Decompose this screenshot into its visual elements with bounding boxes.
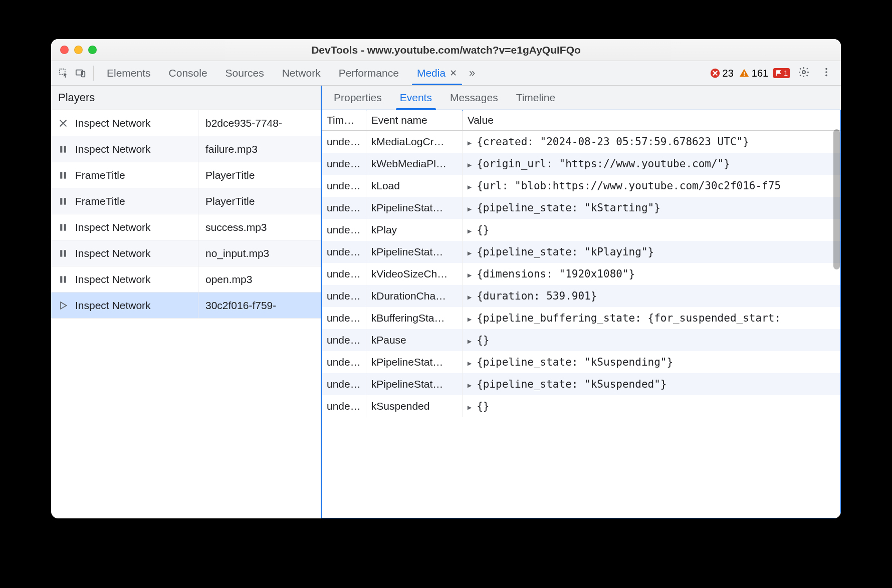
disclosure-triangle-icon[interactable]: ▶ [468,139,472,147]
player-row[interactable]: FrameTitlePlayerTitle [51,188,321,214]
event-value[interactable]: ▶{pipeline_state: "kPlaying"} [462,241,840,263]
event-row[interactable]: unde…kDurationCha…▶{duration: 539.901} [322,285,841,307]
events-table-wrap[interactable]: Tim… Event name Value unde…kMediaLogCr…▶… [322,110,841,518]
detail-tab-events[interactable]: Events [391,86,441,110]
event-value[interactable]: ▶{} [462,395,840,417]
event-value[interactable]: ▶{pipeline_state: "kStarting"} [462,197,840,219]
warning-count-badge[interactable]: 161 [739,68,768,79]
event-name: kWebMediaPl… [366,153,462,175]
inspect-element-icon[interactable] [55,61,72,85]
event-row[interactable]: unde…kPlay▶{} [322,219,841,241]
more-tabs-icon[interactable]: » [469,67,475,80]
event-name: kPipelineStat… [366,241,462,263]
player-title: PlayerTitle [198,169,321,181]
event-timestamp: unde… [322,175,366,197]
event-value[interactable]: ▶{dimensions: "1920x1080"} [462,263,840,285]
disclosure-triangle-icon[interactable]: ▶ [468,205,472,213]
panel-tab-console[interactable]: Console [160,61,216,85]
disclosure-triangle-icon[interactable]: ▶ [468,337,472,345]
player-row[interactable]: Inspect Networkno_input.mp3 [51,240,321,266]
player-row[interactable]: FrameTitlePlayerTitle [51,162,321,188]
player-title: b2dce935-7748- [198,117,321,129]
content-area: Players Inspect Networkb2dce935-7748-Ins… [51,86,841,518]
disclosure-triangle-icon[interactable]: ▶ [468,271,472,279]
close-icon [51,118,75,128]
player-frame-title: Inspect Network [75,240,198,266]
event-name: kDurationCha… [366,285,462,307]
event-row[interactable]: unde…kWebMediaPl…▶{origin_url: "https://… [322,153,841,175]
event-timestamp: unde… [322,351,366,373]
panel-tab-performance[interactable]: Performance [330,61,408,85]
event-row[interactable]: unde…kBufferingSta…▶{pipeline_buffering_… [322,307,841,329]
col-header-value[interactable]: Value [462,110,840,131]
event-row[interactable]: unde…kSuspended▶{} [322,395,841,417]
panel-tab-elements[interactable]: Elements [98,61,160,85]
detail-tab-messages[interactable]: Messages [441,86,507,110]
event-name: kPipelineStat… [366,197,462,219]
event-value[interactable]: ▶{} [462,329,840,351]
disclosure-triangle-icon[interactable]: ▶ [468,183,472,191]
disclosure-triangle-icon[interactable]: ▶ [468,161,472,169]
warning-count: 161 [752,68,768,79]
disclosure-triangle-icon[interactable]: ▶ [468,359,472,367]
error-count: 23 [723,68,734,79]
issues-flag-icon: 1 [773,68,790,78]
event-value[interactable]: ▶{created: "2024-08-23 05:57:59.678623 U… [462,131,840,153]
event-timestamp: unde… [322,263,366,285]
event-value[interactable]: ▶{url: "blob:https://www.youtube.com/30c… [462,175,840,197]
device-toolbar-icon[interactable] [72,61,89,85]
event-value[interactable]: ▶{duration: 539.901} [462,285,840,307]
player-frame-title: Inspect Network [75,266,198,292]
disclosure-triangle-icon[interactable]: ▶ [468,227,472,235]
disclosure-triangle-icon[interactable]: ▶ [468,381,472,389]
settings-icon[interactable] [795,66,813,81]
event-row[interactable]: unde…kPipelineStat…▶{pipeline_state: "kP… [322,241,841,263]
window-close-button[interactable] [60,46,69,54]
player-row[interactable]: Inspect Network30c2f016-f759- [51,292,321,319]
player-title: PlayerTitle [198,195,321,207]
pause-icon [51,170,75,180]
svg-rect-15 [64,198,66,204]
player-row[interactable]: Inspect Networkb2dce935-7748- [51,110,321,136]
tab-label: Elements [107,67,151,79]
disclosure-triangle-icon[interactable]: ▶ [468,293,472,301]
event-row[interactable]: unde…kPause▶{} [322,329,841,351]
event-timestamp: unde… [322,219,366,241]
event-row[interactable]: unde…kMediaLogCr…▶{created: "2024-08-23 … [322,131,841,153]
event-value[interactable]: ▶{} [462,219,840,241]
tab-label: Media [417,67,445,79]
disclosure-triangle-icon[interactable]: ▶ [468,315,472,323]
event-row[interactable]: unde…kLoad▶{url: "blob:https://www.youtu… [322,175,841,197]
scrollbar-thumb[interactable] [833,129,840,269]
event-value-text: {origin_url: "https://www.youtube.com/"} [477,158,730,170]
event-row[interactable]: unde…kPipelineStat…▶{pipeline_state: "kS… [322,373,841,395]
event-value[interactable]: ▶{origin_url: "https://www.youtube.com/"… [462,153,840,175]
player-row[interactable]: Inspect Networksuccess.mp3 [51,214,321,240]
event-value[interactable]: ▶{pipeline_buffering_state: {for_suspend… [462,307,840,329]
player-title: open.mp3 [198,273,321,285]
event-value-text: {} [477,224,489,236]
disclosure-triangle-icon[interactable]: ▶ [468,249,472,257]
error-count-badge[interactable]: 23 [710,68,734,79]
event-row[interactable]: unde…kPipelineStat…▶{pipeline_state: "kS… [322,351,841,373]
event-value[interactable]: ▶{pipeline_state: "kSuspending"} [462,351,840,373]
close-icon[interactable]: ✕ [450,68,457,79]
event-row[interactable]: unde…kPipelineStat…▶{pipeline_state: "kS… [322,197,841,219]
more-menu-icon[interactable] [818,67,835,80]
event-row[interactable]: unde…kVideoSizeCh…▶{dimensions: "1920x10… [322,263,841,285]
event-value[interactable]: ▶{pipeline_state: "kSuspended"} [462,373,840,395]
event-timestamp: unde… [322,395,366,417]
player-row[interactable]: Inspect Networkfailure.mp3 [51,136,321,162]
panel-tab-network[interactable]: Network [273,61,330,85]
panel-tab-sources[interactable]: Sources [216,61,273,85]
window-zoom-button[interactable] [88,46,97,54]
detail-tab-timeline[interactable]: Timeline [507,86,565,110]
disclosure-triangle-icon[interactable]: ▶ [468,403,472,411]
detail-tab-properties[interactable]: Properties [325,86,391,110]
col-header-timestamp[interactable]: Tim… [322,110,366,131]
col-header-event-name[interactable]: Event name [366,110,462,131]
window-minimize-button[interactable] [74,46,83,54]
issues-badge[interactable]: 1 [773,68,790,78]
player-row[interactable]: Inspect Networkopen.mp3 [51,266,321,292]
panel-tab-media[interactable]: Media✕ [408,61,466,85]
